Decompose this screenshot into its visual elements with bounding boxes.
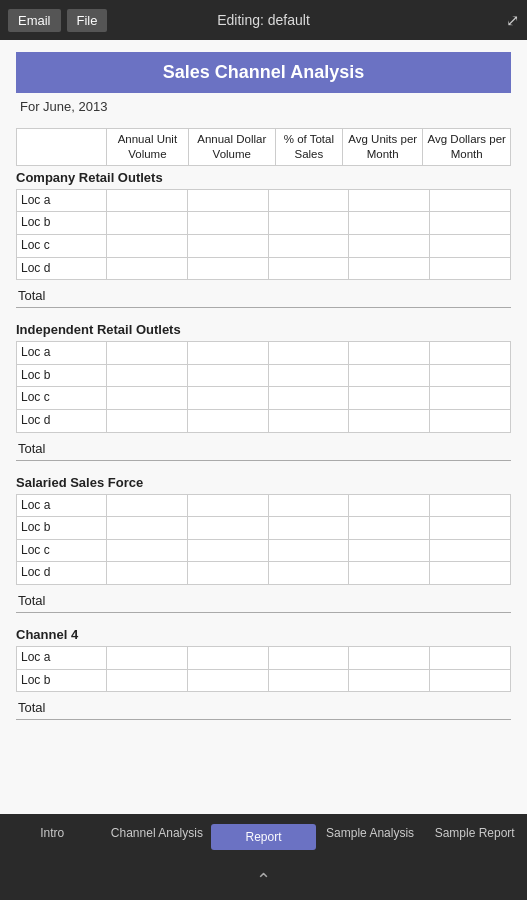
data-cell-1-1-3[interactable] xyxy=(349,364,430,387)
row-label-0-1: Loc b xyxy=(17,212,107,235)
data-cell-3-0-1[interactable] xyxy=(187,647,268,670)
col-header-avg-dollars: Avg Dollars per Month xyxy=(423,129,511,166)
data-cell-1-1-4[interactable] xyxy=(430,364,511,387)
data-cell-1-1-1[interactable] xyxy=(187,364,268,387)
data-cell-0-3-4[interactable] xyxy=(430,257,511,280)
data-cell-2-2-3[interactable] xyxy=(349,539,430,562)
page-title: Sales Channel Analysis xyxy=(16,52,511,93)
data-cell-1-3-1[interactable] xyxy=(187,410,268,433)
data-cell-0-2-4[interactable] xyxy=(430,235,511,258)
data-cell-2-1-3[interactable] xyxy=(349,517,430,540)
data-cell-2-2-1[interactable] xyxy=(187,539,268,562)
data-cell-0-0-2[interactable] xyxy=(268,189,349,212)
section-total-1: Total xyxy=(16,437,511,461)
data-cell-3-1-1[interactable] xyxy=(187,669,268,692)
data-cell-1-0-4[interactable] xyxy=(430,342,511,365)
data-cell-0-1-0[interactable] xyxy=(107,212,188,235)
data-cell-2-3-2[interactable] xyxy=(268,562,349,585)
row-label-1-0: Loc a xyxy=(17,342,107,365)
page-subtitle: For June, 2013 xyxy=(20,99,511,114)
data-cell-3-0-0[interactable] xyxy=(107,647,188,670)
data-cell-3-1-4[interactable] xyxy=(430,669,511,692)
data-cell-2-1-4[interactable] xyxy=(430,517,511,540)
table-row: Loc c xyxy=(17,539,511,562)
section-total-3: Total xyxy=(16,696,511,720)
data-cell-0-1-1[interactable] xyxy=(187,212,268,235)
data-cell-2-0-1[interactable] xyxy=(187,494,268,517)
data-cell-1-3-2[interactable] xyxy=(268,410,349,433)
data-cell-3-0-4[interactable] xyxy=(430,647,511,670)
data-cell-1-2-1[interactable] xyxy=(187,387,268,410)
data-cell-0-3-1[interactable] xyxy=(187,257,268,280)
data-cell-0-2-1[interactable] xyxy=(187,235,268,258)
data-cell-2-2-2[interactable] xyxy=(268,539,349,562)
table-row: Loc b xyxy=(17,669,511,692)
data-cell-0-2-2[interactable] xyxy=(268,235,349,258)
data-cell-3-1-3[interactable] xyxy=(349,669,430,692)
nav-tab-1[interactable]: Channel Analysis xyxy=(105,820,210,854)
data-cell-2-0-4[interactable] xyxy=(430,494,511,517)
table-row: Loc d xyxy=(17,562,511,585)
table-row: Loc c xyxy=(17,235,511,258)
data-cell-0-2-3[interactable] xyxy=(349,235,430,258)
data-cell-1-3-3[interactable] xyxy=(349,410,430,433)
data-cell-0-1-2[interactable] xyxy=(268,212,349,235)
table-row: Loc d xyxy=(17,410,511,433)
section-title-3: Channel 4 xyxy=(16,627,511,642)
data-cell-0-0-4[interactable] xyxy=(430,189,511,212)
data-cell-0-3-0[interactable] xyxy=(107,257,188,280)
data-cell-1-0-2[interactable] xyxy=(268,342,349,365)
data-cell-2-3-1[interactable] xyxy=(187,562,268,585)
data-cell-2-1-2[interactable] xyxy=(268,517,349,540)
data-cell-1-3-4[interactable] xyxy=(430,410,511,433)
col-header-annual-unit: Annual Unit Volume xyxy=(107,129,189,166)
data-cell-1-0-1[interactable] xyxy=(187,342,268,365)
data-cell-1-0-0[interactable] xyxy=(107,342,188,365)
email-button[interactable]: Email xyxy=(8,9,61,32)
bottom-nav: IntroChannel AnalysisReportSample Analys… xyxy=(0,814,527,860)
data-cell-2-1-0[interactable] xyxy=(107,517,188,540)
data-cell-1-2-0[interactable] xyxy=(107,387,188,410)
data-cell-1-1-0[interactable] xyxy=(107,364,188,387)
col-header-pct-total: % of Total Sales xyxy=(275,129,342,166)
nav-tab-3[interactable]: Sample Analysis xyxy=(318,820,423,854)
nav-tab-2[interactable]: Report xyxy=(211,824,316,850)
nav-tab-4[interactable]: Sample Report xyxy=(422,820,527,854)
expand-icon[interactable]: ⤢ xyxy=(506,11,519,30)
data-cell-2-1-1[interactable] xyxy=(187,517,268,540)
data-cell-1-2-2[interactable] xyxy=(268,387,349,410)
row-label-2-2: Loc c xyxy=(17,539,107,562)
data-cell-3-0-2[interactable] xyxy=(268,647,349,670)
data-cell-3-0-3[interactable] xyxy=(349,647,430,670)
table-row: Loc b xyxy=(17,364,511,387)
data-cell-1-0-3[interactable] xyxy=(349,342,430,365)
nav-tab-0[interactable]: Intro xyxy=(0,820,105,854)
data-cell-3-1-2[interactable] xyxy=(268,669,349,692)
data-cell-1-3-0[interactable] xyxy=(107,410,188,433)
data-cell-2-0-2[interactable] xyxy=(268,494,349,517)
table-row: Loc b xyxy=(17,212,511,235)
section-total-2: Total xyxy=(16,589,511,613)
data-cell-2-0-3[interactable] xyxy=(349,494,430,517)
section-table-2: Loc aLoc bLoc cLoc d xyxy=(16,494,511,585)
data-cell-2-3-3[interactable] xyxy=(349,562,430,585)
data-cell-2-3-0[interactable] xyxy=(107,562,188,585)
data-cell-3-1-0[interactable] xyxy=(107,669,188,692)
data-cell-0-1-3[interactable] xyxy=(349,212,430,235)
data-cell-0-3-3[interactable] xyxy=(349,257,430,280)
data-cell-1-2-3[interactable] xyxy=(349,387,430,410)
data-cell-2-3-4[interactable] xyxy=(430,562,511,585)
data-cell-0-3-2[interactable] xyxy=(268,257,349,280)
data-cell-1-1-2[interactable] xyxy=(268,364,349,387)
data-cell-2-2-0[interactable] xyxy=(107,539,188,562)
file-button[interactable]: File xyxy=(67,9,108,32)
data-cell-0-2-0[interactable] xyxy=(107,235,188,258)
data-cell-2-2-4[interactable] xyxy=(430,539,511,562)
data-cell-2-0-0[interactable] xyxy=(107,494,188,517)
data-cell-0-0-3[interactable] xyxy=(349,189,430,212)
data-cell-0-1-4[interactable] xyxy=(430,212,511,235)
data-cell-0-0-0[interactable] xyxy=(107,189,188,212)
data-cell-1-2-4[interactable] xyxy=(430,387,511,410)
data-cell-0-0-1[interactable] xyxy=(187,189,268,212)
sections-container: Company Retail OutletsLoc aLoc bLoc cLoc… xyxy=(16,170,511,720)
